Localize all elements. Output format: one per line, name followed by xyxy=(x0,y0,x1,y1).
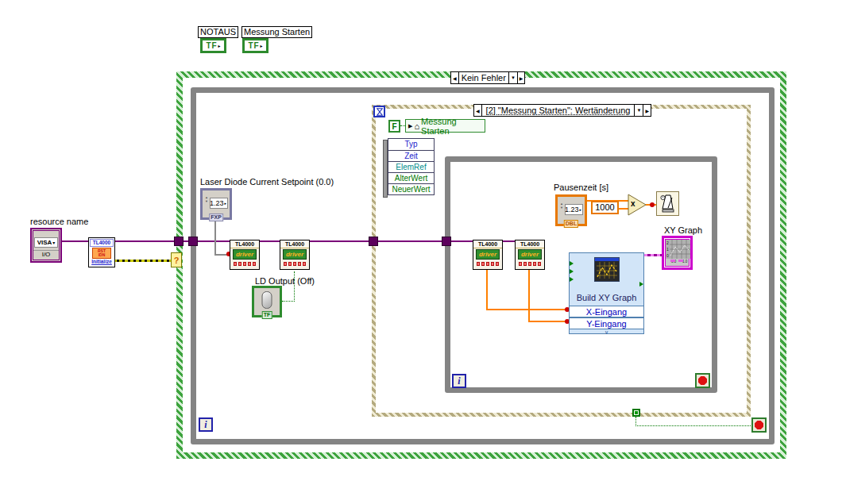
event-dropdown-icon[interactable]: ▼ xyxy=(635,105,643,116)
numeric-value[interactable]: 1.23 xyxy=(210,199,224,207)
build-xy-title: Build XY Graph xyxy=(570,293,643,302)
case-prev-icon[interactable]: ◀ xyxy=(451,72,458,83)
event-node-item[interactable]: Zeit xyxy=(388,150,434,161)
y-wire-horizontal[interactable] xyxy=(528,321,569,322)
stop-icon xyxy=(698,376,707,385)
case-next-icon[interactable]: ▶ xyxy=(517,72,525,83)
type-label: TF xyxy=(262,311,272,319)
notaus-terminal[interactable]: TF ▸ xyxy=(200,38,226,53)
wait-ms-icon xyxy=(659,194,676,214)
stop-wire-horizontal[interactable] xyxy=(635,425,752,426)
tl4000-driver-vi-2[interactable]: TL4000 driver xyxy=(280,240,310,270)
event-selector[interactable]: ◀ [2] "Messung Starten": Wertänderung ▼ … xyxy=(473,104,651,117)
svg-text:0: 0 xyxy=(666,253,669,258)
home-icon: ⌂ xyxy=(414,121,419,131)
xy-graph-icon: 2 1 0 0.0 1.0 xyxy=(665,239,690,267)
event-left-tunnel[interactable] xyxy=(369,237,378,246)
type-label: FXP xyxy=(209,214,223,221)
event-data-node[interactable]: Typ Zeit ElemRef AlterWert NeuerWert xyxy=(388,138,435,195)
coercion-dot xyxy=(650,202,655,207)
xy-cluster-wire[interactable] xyxy=(644,254,662,256)
rst-idn-badge: RST IDN xyxy=(92,248,111,259)
write-arrow-icon: ▶ xyxy=(408,123,412,129)
y-input-row[interactable]: Y-Eingang xyxy=(570,317,643,329)
outer-loop-iteration-terminal[interactable]: i xyxy=(199,417,213,432)
connector-dots xyxy=(230,262,259,266)
inner-loop-iteration-terminal[interactable]: i xyxy=(452,374,466,388)
event-next-icon[interactable]: ▶ xyxy=(643,105,651,116)
type-label: DBL xyxy=(564,220,578,228)
loop-left-tunnel[interactable] xyxy=(188,237,198,246)
laser-setpoint-label: Laser Diode Current Setpoint (0.0) xyxy=(200,177,334,187)
tf-text: TF xyxy=(206,41,217,50)
false-constant[interactable]: F xyxy=(388,120,400,133)
inner-loop-left-tunnel[interactable] xyxy=(442,237,451,246)
svg-text:2: 2 xyxy=(666,240,669,245)
tl4000-driver-vi-4[interactable]: TL4000 driver xyxy=(515,240,545,270)
case-selector[interactable]: ◀ Kein Fehler ▼ ▶ xyxy=(450,71,525,84)
messung-starten-label: Messung Starten xyxy=(241,26,312,38)
case-dropdown-icon[interactable]: ▼ xyxy=(509,72,517,83)
x-input-row[interactable]: X-Eingang xyxy=(570,306,643,317)
multiply-function[interactable]: x xyxy=(628,194,647,216)
svg-text:1.0: 1.0 xyxy=(682,260,688,264)
ld-output-control[interactable]: TF xyxy=(252,286,282,317)
event-node-item[interactable]: Typ xyxy=(388,139,434,150)
setpoint-wire-vertical[interactable] xyxy=(214,220,216,256)
x-wire-horizontal[interactable] xyxy=(486,309,569,310)
vi-header-label: TL4000 xyxy=(516,240,544,248)
wait-ms-function[interactable] xyxy=(656,191,679,216)
visa-resource-terminal[interactable]: VISA ▾ I/O xyxy=(30,228,62,263)
xy-graph-label: XY Graph xyxy=(664,225,702,236)
event-node-item[interactable]: AlterWert xyxy=(388,172,434,183)
xy-graph-vi-icon xyxy=(594,257,620,282)
laser-setpoint-control[interactable]: ▲▼ 1.23 ▸ FXP xyxy=(200,188,232,220)
tl4000-driver-vi-3[interactable]: TL4000 driver xyxy=(473,240,503,270)
stop-icon xyxy=(755,421,763,429)
driver-badge: driver xyxy=(476,249,500,260)
resource-name-label: resource name xyxy=(30,217,88,227)
event-title[interactable]: [2] "Messung Starten": Wertänderung xyxy=(481,105,635,116)
block-diagram-canvas: ? NOTAUS TF ▸ Messung Starten TF ▸ resou… xyxy=(0,0,846,504)
output-arrow-icon xyxy=(639,282,643,287)
case-selector-text[interactable]: Kein Fehler xyxy=(458,72,509,83)
hourglass-icon xyxy=(377,108,383,116)
local-variable-messung-starten[interactable]: ▶ ⌂ Messung Starten xyxy=(405,119,485,133)
y-wire-vertical[interactable] xyxy=(528,270,530,322)
messung-starten-terminal[interactable]: TF ▸ xyxy=(242,38,268,53)
vi-header-label: TL4000 xyxy=(280,240,309,248)
build-xy-graph-vi[interactable]: Build XY Graph X-Eingang Y-Eingang ∨ xyxy=(569,252,644,334)
driver-badge: driver xyxy=(233,249,257,260)
case-left-tunnel[interactable] xyxy=(174,237,183,246)
tf-text: TF xyxy=(248,41,259,50)
event-prev-icon[interactable]: ◀ xyxy=(474,105,481,116)
xy-graph-terminal[interactable]: 2 1 0 0.0 1.0 xyxy=(662,236,693,270)
pausenzeit-control[interactable]: ▲▼ 1.23 ▸ DBL xyxy=(555,194,587,226)
outer-loop-stop-terminal[interactable] xyxy=(751,417,767,433)
input-arrow-icon xyxy=(570,269,574,274)
local-variable-text: Messung Starten xyxy=(421,117,482,136)
visa-dropdown-icon[interactable]: ▾ xyxy=(52,240,55,245)
numeric-value[interactable]: 1.23 xyxy=(565,206,579,214)
error-wire[interactable] xyxy=(114,260,172,262)
event-node-item[interactable]: NeuerWert xyxy=(388,183,434,194)
event-node-item[interactable]: ElemRef xyxy=(388,161,434,172)
increment-decrement-icon[interactable]: ▲▼ xyxy=(558,202,565,210)
timeout-terminal[interactable] xyxy=(373,106,385,117)
input-arrow-icon xyxy=(570,277,574,282)
thousand-constant[interactable]: 1000 xyxy=(591,201,619,214)
event-bottom-tunnel[interactable] xyxy=(632,409,640,417)
tl4000-driver-vi-1[interactable]: TL4000 driver xyxy=(230,240,260,270)
ld-output-wire-horizontal[interactable] xyxy=(282,301,295,302)
expand-chevron-icon[interactable]: ∨ xyxy=(570,329,643,335)
visa-text: VISA xyxy=(37,239,52,246)
x-wire-vertical[interactable] xyxy=(486,270,488,310)
tl4000-initialize-vi[interactable]: TL4000 RST IDN Initialize xyxy=(88,237,115,267)
inner-loop-stop-terminal[interactable] xyxy=(695,373,710,388)
tunnel-dot xyxy=(635,411,638,414)
increment-decrement-icon[interactable]: ▲▼ xyxy=(203,195,210,203)
toggle-switch-icon[interactable] xyxy=(262,291,272,309)
notaus-label: NOTAUS xyxy=(198,26,238,38)
svg-text:1: 1 xyxy=(666,247,669,252)
case-selector-tunnel[interactable]: ? xyxy=(171,252,182,267)
